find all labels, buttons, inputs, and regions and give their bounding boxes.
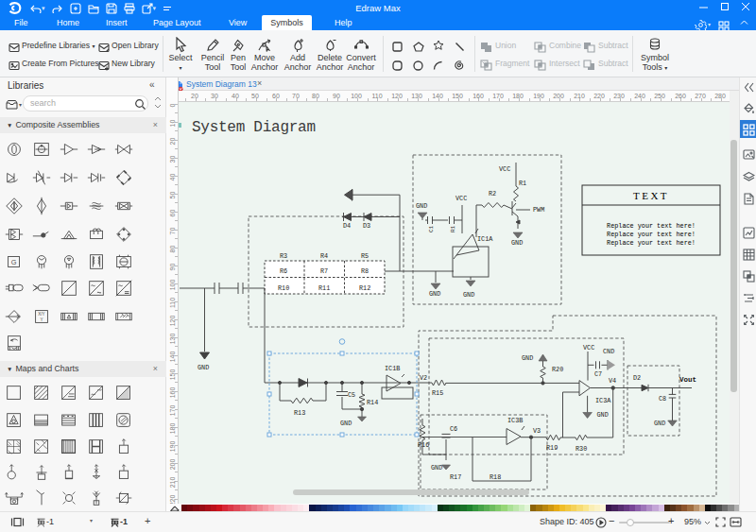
svg-text:C5: C5 <box>348 391 355 399</box>
svg-text:GND: GND <box>198 364 209 371</box>
svg-text:R16: R16 <box>418 441 429 449</box>
svg-text:R7: R7 <box>320 267 328 275</box>
svg-text:C8: C8 <box>659 395 666 403</box>
svg-text:R15: R15 <box>432 389 443 397</box>
svg-text:R13: R13 <box>294 409 305 417</box>
svg-text:GND: GND <box>654 420 665 427</box>
svg-text:R4: R4 <box>320 252 328 260</box>
svg-text:TEXT: TEXT <box>633 190 669 201</box>
svg-text:VCC: VCC <box>583 344 594 352</box>
svg-text:D4: D4 <box>343 222 351 230</box>
svg-text:R11: R11 <box>318 284 330 292</box>
svg-text:GND: GND <box>597 411 609 419</box>
svg-text:VCC: VCC <box>455 195 467 202</box>
svg-text:GND: GND <box>431 464 442 472</box>
svg-text:R19: R19 <box>546 444 558 452</box>
svg-text:IC3A: IC3A <box>595 397 611 404</box>
svg-text:R20: R20 <box>552 366 563 373</box>
svg-text:V4: V4 <box>609 377 616 385</box>
svg-text:Replace your text here!: Replace your text here! <box>607 239 696 247</box>
svg-text:D2: D2 <box>633 374 641 382</box>
svg-text:GND: GND <box>429 290 440 298</box>
svg-text:R1: R1 <box>519 180 526 187</box>
svg-text:GND: GND <box>416 202 427 210</box>
svg-text:R18: R18 <box>490 473 501 481</box>
svg-text:V2: V2 <box>420 374 427 382</box>
svg-text:CND: CND <box>603 348 614 355</box>
svg-text:C1: C1 <box>428 225 435 232</box>
svg-text:R8: R8 <box>361 267 369 275</box>
svg-text:D3: D3 <box>363 222 370 230</box>
svg-text:System Diagram: System Diagram <box>192 119 316 136</box>
svg-text:IC1B: IC1B <box>385 365 400 372</box>
svg-text:IC3B: IC3B <box>507 417 523 424</box>
svg-text:Replace your text here!: Replace your text here! <box>607 222 696 230</box>
svg-text:V3: V3 <box>533 427 541 435</box>
svg-text:R10: R10 <box>278 284 289 292</box>
svg-text:GND: GND <box>511 239 523 247</box>
svg-text:R12: R12 <box>359 284 370 292</box>
svg-text:R14: R14 <box>367 399 378 406</box>
svg-text:R5: R5 <box>361 252 369 260</box>
svg-text:PWM: PWM <box>533 206 544 214</box>
svg-text:R30: R30 <box>576 445 587 453</box>
svg-text:R2: R2 <box>489 190 496 197</box>
svg-text:GND: GND <box>463 291 474 299</box>
svg-text:C6: C6 <box>450 425 457 433</box>
svg-text:Vout: Vout <box>679 376 696 384</box>
svg-text:C7: C7 <box>594 370 602 378</box>
svg-text:VCC: VCC <box>499 165 510 173</box>
svg-text:R6: R6 <box>280 267 287 275</box>
svg-text:GND: GND <box>340 420 352 427</box>
svg-text:R17: R17 <box>450 473 461 481</box>
svg-text:GND: GND <box>522 354 533 362</box>
svg-text:R1: R1 <box>450 225 456 232</box>
svg-text:R3: R3 <box>280 252 287 260</box>
svg-text:IC1A: IC1A <box>477 235 493 243</box>
svg-text:Replace your text here!: Replace your text here! <box>607 231 696 238</box>
